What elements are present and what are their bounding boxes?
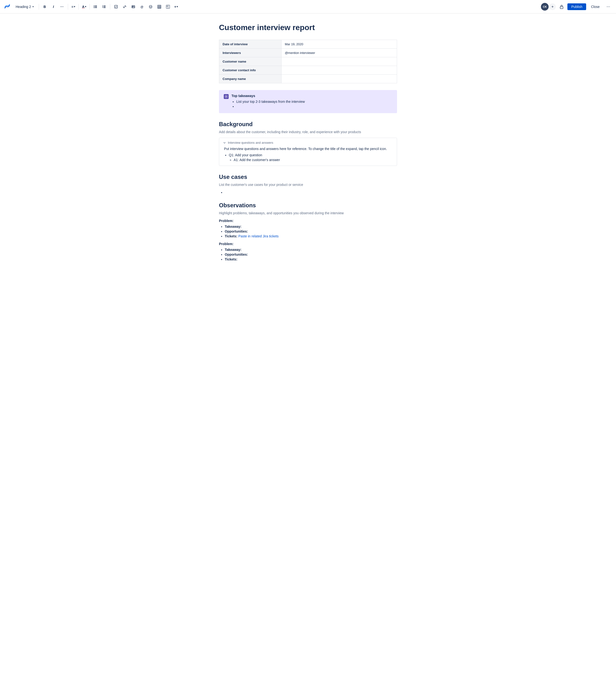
problem-item-0-0: Takeaway: [225,225,397,228]
svg-rect-3 [95,6,97,7]
problem-list-0: Takeaway:Opportunities:Tickets: Paste in… [219,225,397,238]
table-cell-value[interactable] [281,75,397,83]
more-format-button[interactable]: ··· [58,3,66,11]
more-options-button[interactable]: ··· [605,3,612,11]
table-cell-value[interactable] [281,66,397,75]
problem-label-1: Problem: [219,242,397,246]
callout-icon [224,94,229,99]
table-cell-label: Company name [219,75,282,83]
bullet-list-button[interactable] [92,3,99,11]
table-cell-value[interactable] [281,57,397,66]
toolbar-actions: CK + Publish Close ··· [541,3,612,11]
image-button[interactable] [130,3,137,11]
emoji-button[interactable] [147,3,154,11]
qa-question-item: Q1: Add your questionA1: Add the custome… [229,153,393,162]
text-color-button[interactable]: A ▾ [81,3,88,11]
callout-list: List your top 2-3 takeaways from the int… [232,100,392,108]
expand-content: Put interview questions and answers here… [223,147,393,162]
observations-description: Highlight problems, takeaways, and oppor… [219,211,397,215]
toolbar: Heading 2 ▾ B I ··· ≡ ▾ A ▾ 1.2.3. [0,0,616,13]
bold-button[interactable]: B [41,3,49,11]
table-row: Customer contact info [219,66,397,75]
avatar-group: CK + [541,3,556,11]
background-description: Add details about the customer, includin… [219,130,397,134]
background-heading: Background [219,121,397,128]
svg-point-0 [94,5,95,6]
table-cell-label: Interviewers [219,49,282,57]
callout-list-item [236,104,392,108]
italic-button[interactable]: I [50,3,57,11]
problem-item-0-2: Tickets: Paste in related Jira tickets [225,234,397,238]
problem-item-1-0: Takeaway: [225,248,397,252]
table-row: Customer name [219,57,397,66]
observations-problems: Problem:Takeaway:Opportunities:Tickets: … [219,219,397,261]
toolbar-divider-2 [68,4,68,10]
heading-select-label: Heading 2 [16,5,31,9]
page-title[interactable]: Customer interview report [219,23,397,32]
table-cell-label: Customer name [219,57,282,66]
svg-rect-5 [95,7,97,8]
content-area: Customer interview report Date of interv… [204,13,412,282]
table-cell-label: Customer contact info [219,66,282,75]
svg-point-17 [150,6,150,7]
chevron-down-icon [223,141,226,144]
svg-rect-28 [560,6,563,9]
use-cases-heading: Use cases [219,174,397,180]
toolbar-divider-1 [39,4,39,10]
observations-heading: Observations [219,202,397,209]
problem-list-1: Takeaway:Opportunities:Tickets: [219,248,397,261]
svg-text:3.: 3. [102,7,103,8]
problem-item-0-1: Opportunities: [225,229,397,233]
table-row: Date of interviewMar 19, 2020 [219,40,397,49]
table-row: Interviewers@mention interviewer [219,49,397,57]
table-cell-value[interactable]: Mar 19, 2020 [281,40,397,49]
callout-box: Top takeaways List your top 2-3 takeaway… [219,90,397,113]
svg-point-4 [94,7,95,8]
chevron-down-icon: ▾ [33,5,34,8]
more-insert-button[interactable]: + ▾ [173,3,179,11]
table-button[interactable] [155,3,163,11]
svg-text:@: @ [141,5,143,9]
expand-block: Interview questions and answers Put inte… [219,138,397,166]
add-collaborator-button[interactable]: + [549,3,556,10]
expand-qa-list: Q1: Add your questionA1: Add the custome… [224,153,393,162]
align-button[interactable]: ≡ ▾ [70,3,77,11]
task-button[interactable] [112,3,120,11]
table-cell-label: Date of interview [219,40,282,49]
tickets-link[interactable]: Paste in related Jira tickets [237,234,279,238]
link-button[interactable] [121,3,129,11]
numbered-list-button[interactable]: 1.2.3. [100,3,108,11]
expand-title: Interview questions and answers [228,141,273,144]
svg-rect-1 [95,5,97,6]
expand-header[interactable]: Interview questions and answers [223,141,393,144]
callout-content: Top takeaways List your top 2-3 takeaway… [232,94,392,109]
table-row: Company name [219,75,397,83]
publish-button[interactable]: Publish [567,3,586,10]
svg-rect-11 [103,7,106,8]
mention-button[interactable]: @ [138,3,146,11]
svg-point-18 [151,6,152,7]
problem-item-1-2: Tickets: [225,257,397,261]
table-cell-value[interactable]: @mention interviewer [281,49,397,57]
close-button[interactable]: Close [588,3,603,10]
expand-body: Put interview questions and answers here… [224,147,393,151]
qa-answer-list: A1: Add the customer's answer [229,158,393,162]
svg-point-2 [94,6,95,7]
lock-button[interactable] [558,3,565,11]
svg-point-16 [149,5,152,8]
use-cases-description: List the customer's use cases for your p… [219,183,397,187]
info-table: Date of interviewMar 19, 2020Interviewer… [219,40,397,83]
use-cases-list [219,190,397,194]
svg-rect-9 [103,6,106,7]
qa-answer-item: A1: Add the customer's answer [234,158,393,162]
problem-label-0: Problem: [219,219,397,223]
svg-rect-7 [103,5,106,6]
layout-button[interactable] [164,3,172,11]
heading-select[interactable]: Heading 2 ▾ [13,4,36,10]
use-case-item [225,190,397,194]
callout-list-item: List your top 2-3 takeaways from the int… [236,100,392,103]
avatar[interactable]: CK [541,3,549,11]
problem-item-1-1: Opportunities: [225,253,397,257]
logo-icon[interactable] [4,3,11,10]
callout-title: Top takeaways [232,94,392,98]
